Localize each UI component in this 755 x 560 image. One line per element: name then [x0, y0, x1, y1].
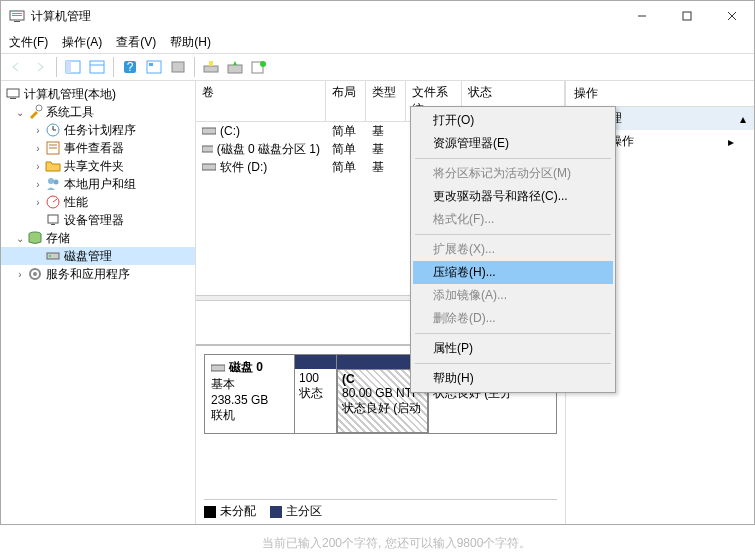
col-volume[interactable]: 卷 [196, 81, 326, 121]
svg-rect-9 [66, 61, 71, 73]
disk-info: 磁盘 0 基本 238.35 GB 联机 [205, 355, 295, 433]
toolbar-btn-a[interactable] [167, 56, 189, 78]
ctx-extend: 扩展卷(X)... [413, 238, 613, 261]
svg-rect-15 [149, 63, 153, 66]
ctx-properties[interactable]: 属性(P) [413, 337, 613, 360]
window-title: 计算机管理 [31, 8, 619, 25]
storage-icon [27, 230, 43, 246]
drive-icon [202, 126, 216, 136]
services-icon [27, 266, 43, 282]
close-button[interactable] [709, 1, 754, 31]
app-window: 计算机管理 文件(F) 操作(A) 查看(V) 帮助(H) ? [0, 0, 755, 525]
minimize-button[interactable] [619, 1, 664, 31]
tree-perf[interactable]: ›性能 [1, 193, 195, 211]
ctx-help[interactable]: 帮助(H) [413, 367, 613, 390]
computer-icon [5, 86, 21, 102]
tree-devmgr[interactable]: 设备管理器 [1, 211, 195, 229]
forward-button[interactable] [29, 56, 51, 78]
svg-rect-43 [202, 146, 213, 152]
svg-rect-14 [147, 61, 161, 73]
svg-rect-1 [14, 21, 20, 22]
expand-toggle[interactable]: ⌄ [13, 107, 27, 118]
svg-point-41 [33, 272, 37, 276]
tree-storage[interactable]: ⌄存储 [1, 229, 195, 247]
svg-rect-42 [202, 128, 216, 134]
menu-file[interactable]: 文件(F) [9, 34, 48, 51]
ctx-changeletter[interactable]: 更改驱动器号和路径(C)... [413, 185, 613, 208]
drive-icon [211, 363, 225, 373]
svg-rect-38 [47, 253, 59, 259]
device-icon [45, 212, 61, 228]
drive-icon [202, 162, 216, 172]
app-icon [9, 8, 25, 24]
svg-text:?: ? [127, 60, 134, 74]
clock-icon [45, 122, 61, 138]
svg-point-24 [36, 105, 42, 111]
toolbar-btn-d[interactable] [248, 56, 270, 78]
chevron-right-icon: ▸ [728, 135, 734, 149]
svg-point-21 [260, 61, 266, 67]
col-layout[interactable]: 布局 [326, 81, 366, 121]
ctx-shrink[interactable]: 压缩卷(H)... [413, 261, 613, 284]
svg-rect-22 [7, 89, 19, 97]
collapse-icon: ▴ [740, 112, 746, 126]
ctx-open[interactable]: 打开(O) [413, 109, 613, 132]
back-button[interactable] [5, 56, 27, 78]
menubar: 文件(F) 操作(A) 查看(V) 帮助(H) [1, 31, 754, 53]
folder-shared-icon [45, 158, 61, 174]
tree-systools[interactable]: ⌄ 系统工具 [1, 103, 195, 121]
users-icon [45, 176, 61, 192]
menu-action[interactable]: 操作(A) [62, 34, 102, 51]
ctx-mirror: 添加镜像(A)... [413, 284, 613, 307]
context-menu: 打开(O) 资源管理器(E) 将分区标记为活动分区(M) 更改驱动器号和路径(C… [410, 106, 616, 393]
col-type[interactable]: 类型 [366, 81, 406, 121]
svg-rect-16 [172, 62, 184, 72]
help-button[interactable]: ? [119, 56, 141, 78]
event-icon [45, 140, 61, 156]
svg-rect-17 [204, 66, 218, 72]
svg-rect-18 [209, 61, 213, 66]
menu-help[interactable]: 帮助(H) [170, 34, 211, 51]
ctx-format: 格式化(F)... [413, 208, 613, 231]
drive-icon [202, 144, 213, 154]
legend: 未分配 主分区 [204, 499, 557, 520]
svg-rect-5 [683, 12, 691, 20]
ctx-markactive: 将分区标记为活动分区(M) [413, 162, 613, 185]
svg-rect-23 [10, 98, 16, 99]
actions-header: 操作 [566, 81, 754, 107]
partition-0[interactable]: 100状态 [295, 355, 337, 433]
menu-view[interactable]: 查看(V) [116, 34, 156, 51]
toolbar-btn-c[interactable] [224, 56, 246, 78]
svg-rect-45 [211, 365, 225, 371]
titlebar: 计算机管理 [1, 1, 754, 31]
toolbar-btn-b[interactable] [200, 56, 222, 78]
tree-shared[interactable]: ›共享文件夹 [1, 157, 195, 175]
show-hide-tree-button[interactable] [62, 56, 84, 78]
perf-icon [45, 194, 61, 210]
svg-point-32 [54, 180, 59, 185]
maximize-button[interactable] [664, 1, 709, 31]
svg-point-31 [48, 178, 54, 184]
ctx-explorer[interactable]: 资源管理器(E) [413, 132, 613, 155]
svg-rect-2 [12, 13, 22, 14]
tools-icon [27, 104, 43, 120]
toolbar: ? [1, 53, 754, 81]
properties-icon[interactable] [86, 56, 108, 78]
svg-point-39 [49, 255, 51, 257]
tree-users[interactable]: ›本地用户和组 [1, 175, 195, 193]
footer-hint: 当前已输入200个字符, 您还可以输入9800个字符。 [262, 535, 531, 552]
svg-rect-19 [228, 65, 242, 73]
refresh-button[interactable] [143, 56, 165, 78]
main-area: 计算机管理(本地) ⌄ 系统工具 ›任务计划程序 ›事件查看器 ›共享文件夹 ›… [1, 81, 754, 524]
svg-rect-35 [48, 215, 58, 223]
tree-root[interactable]: 计算机管理(本地) [1, 85, 195, 103]
tree-diskmgmt[interactable]: 磁盘管理 [1, 247, 195, 265]
ctx-delete: 删除卷(D)... [413, 307, 613, 330]
svg-rect-36 [51, 224, 55, 225]
tree-tasksched[interactable]: ›任务计划程序 [1, 121, 195, 139]
svg-rect-3 [12, 15, 22, 16]
tree-services[interactable]: ›服务和应用程序 [1, 265, 195, 283]
svg-rect-44 [202, 164, 216, 170]
tree-eventvwr[interactable]: ›事件查看器 [1, 139, 195, 157]
tree-pane: 计算机管理(本地) ⌄ 系统工具 ›任务计划程序 ›事件查看器 ›共享文件夹 ›… [1, 81, 196, 524]
